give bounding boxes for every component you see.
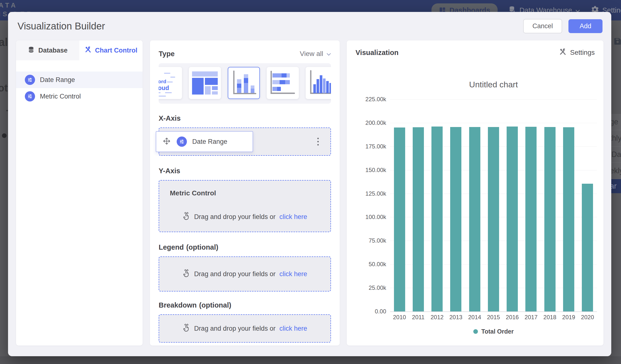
page-title: Visualization Builder — [17, 21, 105, 32]
chart-preview: Untitled chart 225.00k200.00k175.00k150.… — [356, 57, 595, 337]
sliders-icon — [25, 75, 35, 85]
legend-label: Total Order — [481, 328, 514, 335]
y-tick-label: 75.00k — [369, 237, 386, 244]
bar-series — [390, 99, 597, 312]
chart-type-horizontal-stacked-bar[interactable] — [267, 67, 299, 99]
bar-2012[interactable] — [431, 126, 443, 312]
y-tick-label: 150.00k — [365, 167, 386, 173]
y-tick-label: 125.00k — [365, 190, 386, 197]
screen: DATA INSIDER Dashboards Data Warehouse — [0, 0, 621, 364]
word-cloud-decoration — [164, 73, 170, 74]
click-here-link[interactable]: click here — [279, 325, 307, 332]
bar-2011[interactable] — [413, 127, 424, 312]
horizontal-stacked-bar-icon — [267, 67, 299, 99]
bar-2014[interactable] — [469, 127, 480, 312]
x-tick-label: 2012 — [428, 314, 447, 321]
x-axis-labels: 2010201120122013201420152016201720182019… — [390, 314, 597, 321]
bar-2010[interactable] — [394, 127, 405, 312]
word-cloud-decoration — [167, 82, 173, 83]
breakdown-section-label: Breakdown — [159, 301, 197, 309]
field-item-date-range[interactable]: Date Range — [16, 71, 143, 88]
x-tick-label: 2019 — [559, 314, 578, 321]
y-tick-label: 0.00 — [375, 308, 386, 315]
x-axis-field-chip[interactable]: Date Range — [156, 131, 253, 152]
y-tick-label: 200.00k — [365, 120, 386, 126]
click-here-link[interactable]: click here — [279, 270, 307, 278]
word-cloud-decoration — [159, 96, 166, 97]
legend-optional-label: (optional) — [186, 243, 218, 251]
x-tick-label: 2011 — [409, 314, 428, 321]
breakdown-dropzone[interactable]: Drag and drop your fields or click here — [159, 314, 331, 343]
field-item-label: Date Range — [40, 76, 75, 84]
bar-2017[interactable] — [525, 127, 536, 312]
view-all-dropdown[interactable]: View all — [300, 50, 331, 58]
gridline — [390, 312, 597, 312]
y-tick-label: 25.00k — [369, 284, 386, 291]
sliders-icon — [25, 91, 35, 102]
type-section-label: Type — [159, 50, 175, 58]
database-icon — [28, 46, 34, 55]
bar-2020[interactable] — [582, 184, 593, 312]
drop-hint-text: Drag and drop your fields or — [194, 270, 276, 278]
add-button[interactable]: Add — [569, 19, 603, 33]
drop-hint-text: Drag and drop your fields or — [194, 325, 276, 332]
metric-control-title: Metric Control — [170, 189, 216, 197]
word-cloud-decoration — [165, 92, 172, 93]
view-all-label: View all — [300, 50, 323, 58]
chart-type-stacked-column[interactable] — [228, 67, 260, 99]
chart-type-word-cloud[interactable]: Word Cloud — [159, 67, 182, 99]
chart-title: Untitled chart — [390, 80, 597, 89]
legend-section-label: Legend — [159, 243, 184, 251]
bar-2018[interactable] — [544, 127, 555, 312]
bar-2016[interactable] — [507, 126, 518, 312]
field-list: Date Range Metric Control — [16, 71, 143, 105]
word-cloud-decoration — [170, 77, 175, 78]
tab-database-label: Database — [38, 47, 68, 54]
tab-chart-control[interactable]: Chart Control — [79, 40, 143, 60]
tap-icon — [183, 324, 190, 334]
y-axis-labels: 225.00k200.00k175.00k150.00k125.00k100.0… — [356, 99, 386, 312]
y-axis-section-label: Y-Axis — [159, 167, 180, 175]
visualization-header: Visualization — [356, 49, 398, 57]
logo-line-1: DATA — [0, 1, 34, 10]
save-icon — [613, 36, 621, 47]
x-tick-label: 2018 — [540, 314, 559, 321]
x-tick-label: 2010 — [390, 314, 409, 321]
tools-icon — [85, 46, 91, 55]
cancel-button[interactable]: Cancel — [523, 19, 562, 33]
y-tick-label: 175.00k — [365, 143, 386, 150]
click-here-link[interactable]: click here — [279, 213, 307, 221]
tap-icon — [183, 269, 190, 279]
fields-panel: Database Chart Control Date Range — [16, 40, 143, 346]
legend-item-total-order[interactable]: Total Order — [390, 328, 597, 335]
settings-button[interactable]: Settings — [559, 48, 595, 57]
bar-2013[interactable] — [450, 127, 461, 312]
settings-label: Settings — [570, 49, 595, 56]
chart-type-column-histogram[interactable] — [306, 67, 331, 99]
tap-icon — [183, 212, 190, 222]
x-tick-label: 2017 — [522, 314, 540, 321]
modal-header: Visualization Builder Cancel Add — [8, 12, 611, 40]
column-histogram-icon — [306, 67, 331, 99]
x-tick-label: 2014 — [465, 314, 484, 321]
tab-chart-control-label: Chart Control — [95, 47, 138, 54]
x-axis-chip-label: Date Range — [192, 138, 227, 145]
drop-hint-text: Drag and drop your fields or — [194, 213, 276, 221]
chart-type-treemap[interactable] — [189, 67, 221, 99]
bar-2015[interactable] — [488, 127, 499, 312]
y-tick-label: 50.00k — [369, 261, 386, 268]
tab-database[interactable]: Database — [16, 40, 79, 60]
tools-icon — [559, 48, 567, 57]
chevron-down-icon — [327, 50, 331, 58]
bar-2019[interactable] — [563, 127, 574, 312]
x-axis-dropzone[interactable]: Date Range Date Range — [159, 127, 331, 156]
treemap-icon — [189, 67, 221, 99]
y-axis-dropzone[interactable]: Metric Control Drag and drop your fields… — [159, 180, 331, 232]
legend-dropzone[interactable]: Drag and drop your fields or click here — [159, 257, 331, 292]
word-cloud-word: Cloud — [159, 85, 169, 91]
kebab-menu-icon[interactable] — [316, 136, 320, 147]
background-bullet — [2, 133, 7, 138]
legend-color-dot — [473, 329, 478, 334]
move-icon[interactable] — [162, 137, 171, 147]
field-item-metric-control[interactable]: Metric Control — [16, 88, 143, 105]
